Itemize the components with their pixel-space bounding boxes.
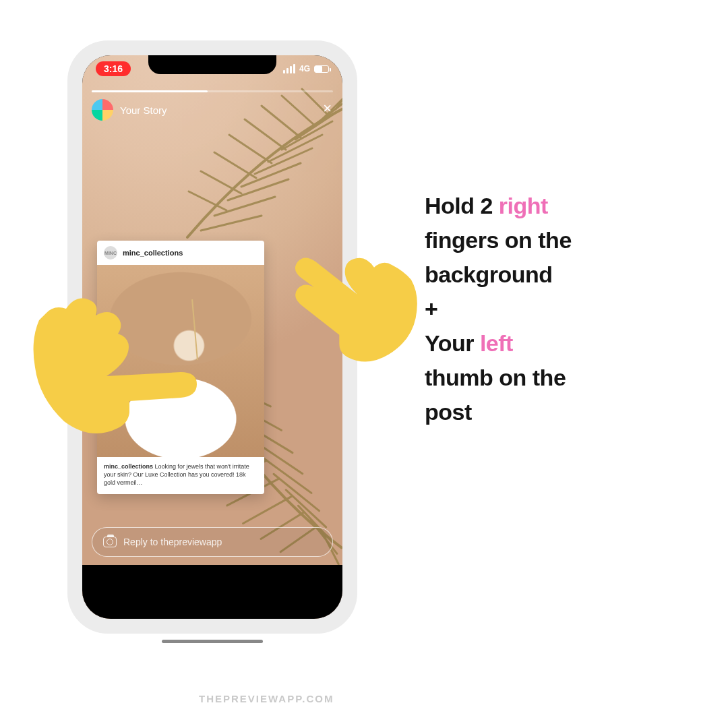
- instruction-line: post: [425, 395, 694, 429]
- instruction-line: background: [425, 257, 694, 292]
- instruction-line: fingers on the: [425, 223, 694, 257]
- instruction-line: Your left: [425, 326, 694, 361]
- instruction-line: +: [425, 292, 694, 326]
- instruction-line: thumb on the: [425, 361, 694, 395]
- instruction-line: Hold 2 right: [425, 189, 694, 223]
- reply-placeholder: Reply to thepreviewapp: [123, 537, 222, 547]
- close-icon[interactable]: ×: [323, 100, 332, 117]
- pointing-hand-left-icon: [27, 283, 202, 445]
- home-indicator: [162, 640, 263, 643]
- instruction-text: Hold 2 right fingers on the background +…: [425, 189, 694, 429]
- battery-icon: [314, 65, 329, 73]
- story-user-label: Your Story: [120, 104, 167, 116]
- post-caption: minc_collections Looking for jewels that…: [97, 457, 264, 493]
- post-avatar: MINC: [104, 246, 117, 260]
- story-user[interactable]: Your Story: [92, 99, 333, 121]
- post-caption-username: minc_collections: [104, 463, 153, 470]
- phone-notch: [148, 55, 276, 74]
- avatar: [92, 99, 113, 121]
- watermark: THEPREVIEWAPP.COM: [199, 693, 334, 704]
- post-username: minc_collections: [123, 249, 183, 257]
- status-time: 3:16: [96, 61, 131, 76]
- status-right: 4G: [283, 64, 329, 73]
- network-label: 4G: [299, 64, 310, 73]
- camera-icon: [103, 537, 117, 547]
- post-header[interactable]: MINC minc_collections: [97, 241, 264, 265]
- signal-icon: [283, 64, 295, 73]
- story-reply-input[interactable]: Reply to thepreviewapp: [92, 527, 333, 557]
- screen-letterbox: [82, 565, 342, 619]
- pointing-hand-right-icon: [276, 239, 425, 374]
- story-progress: [92, 90, 333, 92]
- story-header: Your Story ×: [92, 90, 333, 121]
